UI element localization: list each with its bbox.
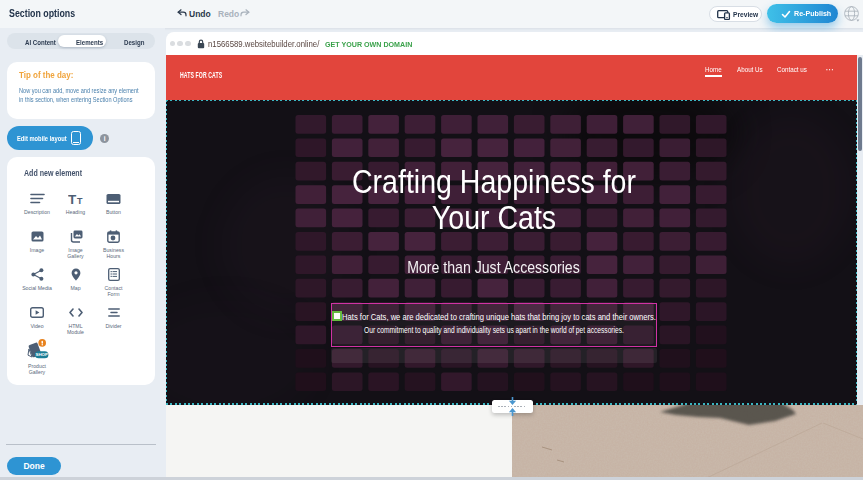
svg-text:SHOP: SHOP — [35, 352, 48, 357]
svg-text:T: T — [77, 196, 83, 206]
svg-text:T: T — [68, 192, 77, 205]
